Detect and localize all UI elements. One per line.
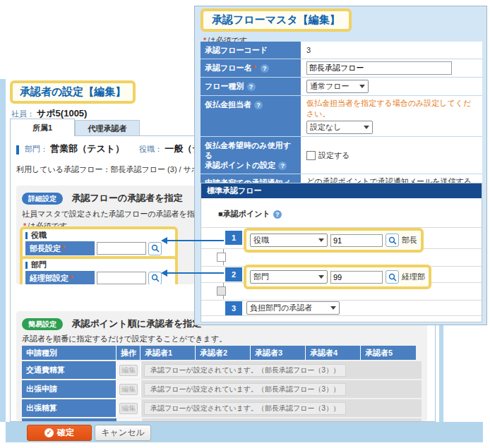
flow-connector-icon[interactable] (217, 253, 226, 262)
heading-bar (25, 262, 28, 269)
page-left-border (0, 79, 6, 422)
search-icon (151, 274, 160, 282)
screenshot-root: 承認者の設定【編集】 社員：サポ5(1005) 所属1 代理承認者 部門： 営業… (0, 0, 490, 448)
approval-flow-master-panel: 承認フローマスタ【編集】 *は必須です 承認フローコード 3 承認フロー名*? … (194, 6, 487, 325)
help-icon[interactable]: ? (247, 83, 256, 91)
help-icon[interactable]: ? (278, 162, 287, 170)
point-1-code-input[interactable] (330, 234, 383, 247)
simple-desc: 承認者を順番に指定するだけで設定することができます。 (22, 334, 227, 344)
simple-section-header: 簡易設定 承認ポイント順に承認者を指定 (22, 317, 201, 330)
tab-label: 所属1 (32, 123, 52, 132)
chevron-down-icon (318, 238, 324, 242)
chevron-down-icon (318, 275, 324, 279)
form-row-flow-name: 承認フロー名*? (201, 59, 482, 78)
heading-bar (25, 232, 28, 239)
flow-master-title: 承認フローマスタ【編集】 (201, 8, 352, 32)
edit-button[interactable]: 編集 (119, 384, 138, 395)
detail-title: 承認フローの承認者を指定 (71, 193, 182, 203)
required-mark: * (253, 63, 256, 72)
keiribu-search-button[interactable] (148, 272, 162, 285)
point-3-number: 3 (225, 301, 242, 315)
point-1-search-button[interactable] (386, 234, 399, 247)
advance-manager-select[interactable]: 設定なし (306, 121, 373, 134)
col-approver-2: 承認者2 (196, 346, 251, 360)
point-1-type-select[interactable]: 役職 (250, 234, 328, 247)
confirm-button[interactable]: ✓ 確定 (27, 425, 92, 441)
role-label: 役職： (139, 145, 162, 153)
row-status-text: 承認フローが設定されています。（部長承認フロー（3）） (144, 383, 346, 396)
approval-points-title: ■承認ポイント? (218, 209, 282, 219)
selected-value: 設定なし (310, 122, 342, 133)
col-approver-4: 承認者4 (306, 346, 361, 360)
detail-badge: 詳細設定 (22, 193, 63, 205)
edit-button[interactable]: 編集 (119, 403, 138, 414)
selected-value: 部門 (253, 272, 269, 282)
bucho-setting-input[interactable] (97, 242, 146, 255)
edit-button[interactable]: 編集 (119, 365, 138, 376)
selected-value: 役職 (253, 235, 269, 246)
point-3-type-select[interactable]: 負担部門の承認者 (246, 301, 340, 315)
table-row: 交通費精算 編集 承認フローが設定されています。（部長承認フロー（3）） (22, 361, 422, 379)
bucho-search-button[interactable] (148, 242, 162, 255)
flow-type-select[interactable]: 通常フロー (306, 80, 369, 93)
help-icon[interactable]: ? (254, 101, 263, 109)
section-bar (16, 145, 19, 155)
row-status-cell: 承認フローが設定されています。（部長承認フロー（3）） (141, 361, 422, 379)
tab-label: 代理承認者 (88, 124, 127, 133)
group-heading: 役職 (25, 231, 172, 240)
point-1-highlight-group: 役職 部長 (244, 228, 424, 253)
row-type-label: 出張申請 (22, 380, 116, 398)
keiribu-setting-input[interactable] (97, 272, 146, 284)
tab-proxy-approver[interactable]: 代理承認者 (75, 120, 140, 136)
search-icon (388, 273, 397, 281)
temp-point-label: 仮払金希望時のみ使用する 承認ポイントの設定? (201, 137, 301, 174)
cancel-label: キャンセル (101, 428, 144, 437)
row-status-text: 承認フローが設定されています。（部長承認フロー（3）） (144, 402, 346, 415)
point-2-search-button[interactable] (386, 270, 399, 284)
search-icon (151, 244, 160, 253)
arrow-point2-to-keiribu (167, 272, 224, 274)
flow-code-value: 3 (301, 42, 482, 59)
field-label-text: 部長設定 (30, 244, 61, 253)
group-heading: 部門 (25, 260, 172, 270)
help-icon[interactable]: ? (261, 64, 269, 73)
form-row-flow-type: フロー種別? 通常フロー (201, 78, 482, 96)
highlight-group-bumon: 部門 経理部設定* (20, 256, 178, 284)
form-row-temp-point: 仮払金希望時のみ使用する 承認ポイントの設定? 設定する (201, 137, 482, 174)
point-2-name: 経理部 (402, 272, 425, 282)
table-row: 出張申請 編集 承認フローが設定されています。（部長承認フロー（3）） (22, 380, 422, 398)
checkbox-label: 設定する (318, 150, 350, 161)
form-row-advance-manager: 仮払金担当者? 仮払金担当者を指定する場合のみ設定してください。 設定なし (201, 96, 482, 137)
keiribu-setting-label: 経理部設定* (25, 271, 95, 284)
col-approver-5: 承認者5 (361, 346, 416, 360)
point-2-type-select[interactable]: 部門 (250, 270, 328, 284)
dept-value: 営業部（テスト） (50, 143, 124, 154)
simple-title: 承認ポイント順に承認者を指定 (71, 318, 201, 329)
flow-connector-icon[interactable] (217, 286, 226, 296)
col-approver-3: 承認者3 (251, 346, 306, 360)
chevron-down-icon (359, 85, 365, 88)
confirm-label: 確定 (57, 427, 74, 439)
required-mark: * (62, 244, 65, 253)
flow-name-input[interactable] (306, 61, 452, 75)
group-heading-text: 部門 (31, 260, 47, 269)
check-icon: ✓ (44, 428, 54, 437)
cancel-button[interactable]: キャンセル (95, 425, 151, 441)
point-2-code-input[interactable] (330, 271, 383, 284)
row-status-cell: 承認フローが設定されています。（部長承認フロー（3）） (141, 380, 422, 398)
required-mark: * (70, 274, 73, 282)
group-heading-text: 役職 (31, 231, 47, 239)
page-title-text: 承認フローマスタ【編集】 (212, 13, 340, 25)
point-2-highlight-group: 部門 経理部 (244, 265, 431, 289)
temp-point-checkbox[interactable] (306, 151, 316, 160)
employee-value: サポ5(1005) (37, 108, 87, 119)
tab-affiliation-1[interactable]: 所属1 (10, 119, 75, 136)
employee-label: 社員： (11, 109, 35, 118)
help-icon[interactable]: ? (273, 210, 282, 219)
point-1-number: 1 (225, 231, 242, 245)
standard-flow-box: 標準承認フロー ■承認ポイント? 1 役職 (201, 183, 482, 322)
dept-label: 部門： (25, 145, 48, 153)
row-status-cell: 承認フローが設定されています。（部長承認フロー（3）） (141, 399, 422, 417)
separator (201, 315, 482, 316)
col-request-type: 申請種別 (22, 346, 116, 360)
